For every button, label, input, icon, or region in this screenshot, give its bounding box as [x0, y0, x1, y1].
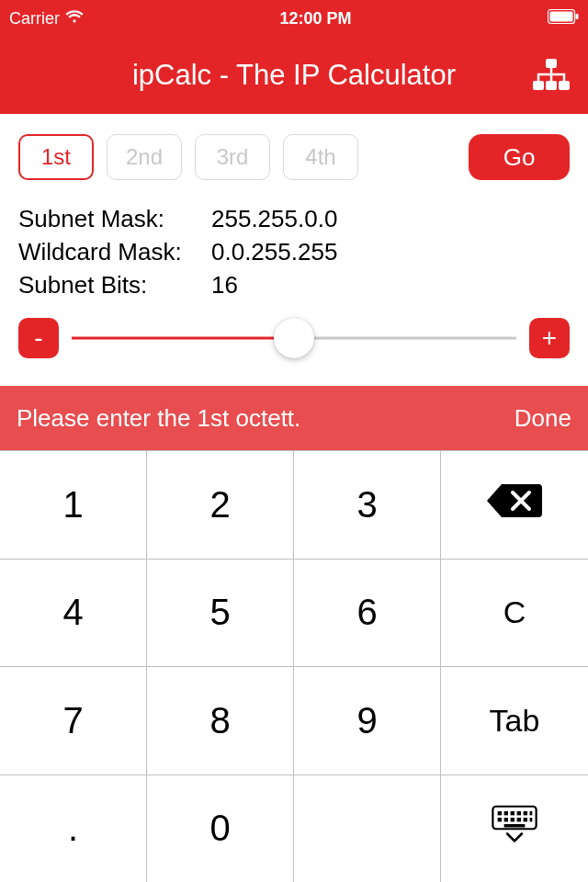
octet-1-button[interactable]: 1st: [18, 134, 94, 180]
svg-rect-16: [511, 818, 514, 821]
svg-rect-10: [511, 811, 514, 815]
wildcard-mask-value: 0.0.255.255: [211, 235, 337, 268]
battery-icon: [548, 9, 579, 28]
slider-row: - +: [18, 318, 570, 358]
wifi-icon: [65, 9, 84, 28]
key-9[interactable]: 9: [294, 666, 441, 775]
svg-rect-8: [498, 811, 502, 815]
key-blank: [294, 775, 441, 883]
key-0[interactable]: 0: [147, 775, 294, 883]
key-5[interactable]: 5: [147, 559, 294, 667]
status-bar: Carrier 12:00 PM: [0, 0, 588, 37]
subnet-bits-label: Subnet Bits:: [18, 268, 211, 301]
content-area: 1st 2nd 3rd 4th Go Subnet Mask: 255.255.…: [0, 114, 588, 358]
key-8[interactable]: 8: [147, 666, 294, 775]
svg-rect-12: [524, 811, 527, 815]
key-1[interactable]: 1: [0, 450, 147, 559]
subnet-mask-row: Subnet Mask: 255.255.0.0: [18, 202, 570, 235]
key-dismiss-keyboard[interactable]: [441, 775, 588, 883]
key-4[interactable]: 4: [0, 559, 147, 667]
key-tab[interactable]: Tab: [441, 666, 588, 775]
subnet-bits-slider[interactable]: [72, 318, 516, 358]
key-clear[interactable]: C: [441, 559, 588, 667]
wildcard-mask-row: Wildcard Mask: 0.0.255.255: [18, 235, 570, 268]
key-7[interactable]: 7: [0, 666, 147, 775]
key-dot[interactable]: .: [0, 775, 147, 883]
subnet-mask-label: Subnet Mask:: [18, 202, 211, 235]
svg-rect-4: [533, 81, 544, 90]
svg-rect-1: [550, 11, 573, 21]
svg-rect-13: [530, 811, 533, 815]
svg-rect-9: [504, 811, 508, 815]
octet-row: 1st 2nd 3rd 4th Go: [18, 134, 570, 180]
svg-rect-6: [559, 81, 570, 90]
slider-fill: [72, 337, 294, 340]
toast-message: Please enter the 1st octett.: [17, 404, 300, 433]
octet-3-button[interactable]: 3rd: [195, 134, 270, 180]
key-2[interactable]: 2: [147, 450, 294, 559]
decrement-button[interactable]: -: [18, 318, 59, 358]
network-icon[interactable]: [531, 57, 571, 97]
octet-2-button[interactable]: 2nd: [107, 134, 182, 180]
svg-rect-20: [504, 824, 526, 828]
status-left: Carrier: [9, 9, 84, 28]
subnet-bits-row: Subnet Bits: 16: [18, 268, 570, 301]
wildcard-mask-label: Wildcard Mask:: [18, 235, 211, 268]
subnet-mask-value: 255.255.0.0: [211, 202, 337, 235]
slider-thumb[interactable]: [274, 318, 314, 358]
svg-rect-3: [546, 59, 557, 68]
nav-bar: ipCalc - The IP Calculator: [0, 37, 588, 114]
status-right: [548, 9, 579, 28]
backspace-icon: [485, 481, 544, 528]
octet-4-button[interactable]: 4th: [283, 134, 358, 180]
key-3[interactable]: 3: [294, 450, 441, 559]
keyboard-dismiss-icon: [488, 805, 541, 852]
done-button[interactable]: Done: [514, 404, 571, 433]
svg-rect-5: [546, 81, 557, 90]
keypad: 1 2 3 4 5 6 C 7 8 9 Tab . 0: [0, 450, 588, 882]
status-time: 12:00 PM: [279, 9, 351, 28]
key-backspace[interactable]: [441, 450, 588, 559]
app-title: ipCalc - The IP Calculator: [132, 59, 456, 92]
go-button[interactable]: Go: [469, 134, 570, 180]
input-toast: Please enter the 1st octett. Done: [0, 386, 588, 450]
increment-button[interactable]: +: [529, 318, 570, 358]
subnet-bits-value: 16: [211, 268, 238, 301]
svg-rect-2: [576, 14, 579, 19]
svg-rect-18: [524, 818, 527, 821]
svg-rect-15: [504, 818, 508, 821]
slider-empty: [294, 337, 516, 340]
carrier-label: Carrier: [9, 9, 60, 28]
svg-rect-14: [498, 818, 502, 821]
svg-rect-11: [517, 811, 521, 815]
svg-rect-17: [517, 818, 521, 821]
key-6[interactable]: 6: [294, 559, 441, 667]
svg-rect-19: [530, 818, 533, 821]
